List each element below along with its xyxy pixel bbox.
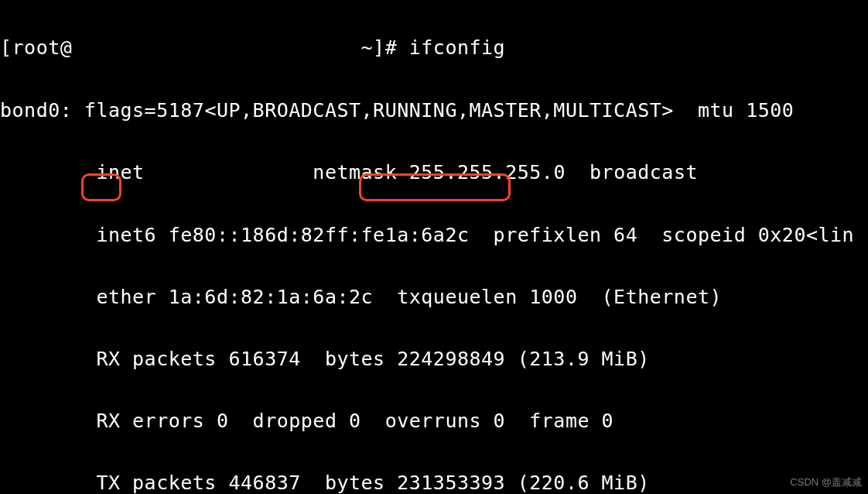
prompt-prefix: [root@ xyxy=(0,36,72,59)
bond0-inet-rest: netmask 255.255.255.0 broadcast xyxy=(289,161,709,184)
rx-errors-mid1: errors 0 dropped 0 xyxy=(121,410,374,432)
bond0-inet6-line: inet6 fe80::186d:82ff:fe1a:6a2c prefixle… xyxy=(0,220,868,251)
overruns-highlight: overruns 0 xyxy=(373,410,518,432)
bond0-inet-line: inet ███████████ netmask 255.255.255.0 b… xyxy=(0,157,868,189)
bond0-bcast-redacted: ███████████ xyxy=(710,158,842,189)
bond0-flags: flags=5187<UP,BROADCAST,RUNNING,MASTER,M… xyxy=(72,99,794,122)
command-text: ifconfig xyxy=(409,36,505,59)
prompt-line[interactable]: [root@███████████████████████ ~]# ifconf… xyxy=(0,33,868,64)
bond0-header: bond0: flags=5187<UP,BROADCAST,RUNNING,M… xyxy=(0,95,868,126)
prompt-host-redacted: ███████████████████████ xyxy=(72,33,349,64)
bond0-rx-packets-line: RX packets 616374 bytes 224298849 (213.9… xyxy=(0,344,868,375)
bond0-inet-label: inet xyxy=(0,161,156,184)
bond0-ether-line: ether 1a:6d:82:1a:6a:2c txqueuelen 1000 … xyxy=(0,282,868,313)
bond0-inet-redacted: ███████████ xyxy=(156,158,289,189)
prompt-suffix: ~]# xyxy=(349,36,409,59)
bond0-rx-errors-line: RX errors 0 dropped 0 overruns 0 frame 0 xyxy=(0,406,868,437)
rx-errors-mid2: frame 0 xyxy=(518,410,613,432)
terminal-output: [root@███████████████████████ ~]# ifconf… xyxy=(0,0,868,494)
rx-label-highlight: RX xyxy=(0,410,121,432)
bond0-tx-packets-line: TX packets 446837 bytes 231353393 (220.6… xyxy=(0,468,868,494)
watermark-text: CSDN @盖减减 xyxy=(790,475,862,491)
bond0-name: bond0: xyxy=(0,99,72,122)
